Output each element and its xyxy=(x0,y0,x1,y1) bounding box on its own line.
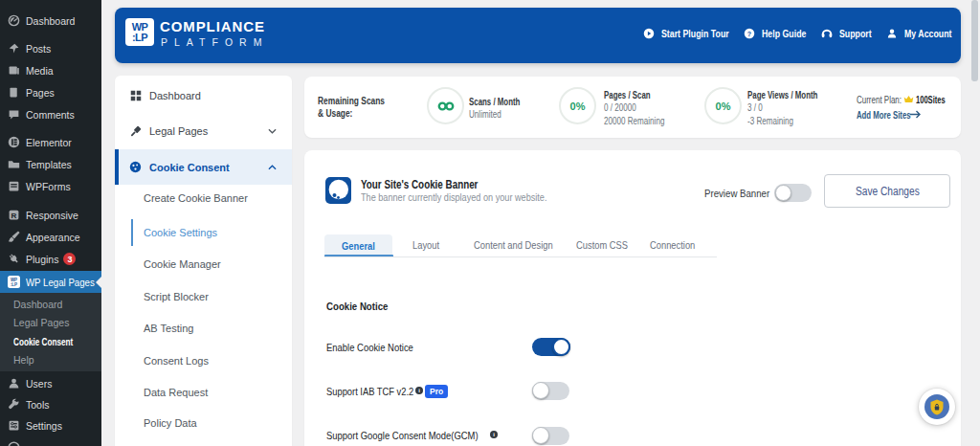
svg-text:?: ? xyxy=(747,31,751,38)
svg-text:R: R xyxy=(11,212,17,220)
